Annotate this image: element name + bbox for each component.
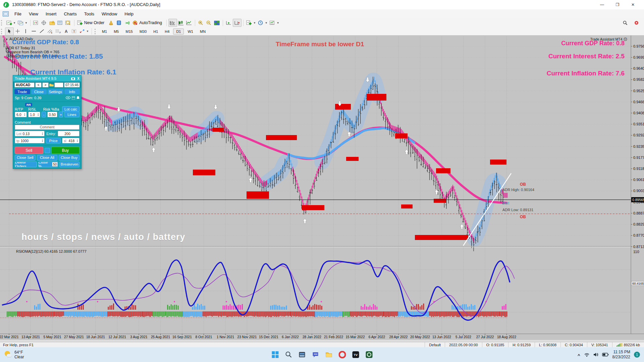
chart-profiles-dropdown-icon[interactable]: ▼ xyxy=(25,21,28,24)
wifi-icon[interactable] xyxy=(584,352,590,357)
folder-icon[interactable] xyxy=(325,351,333,359)
close-all-button[interactable]: Close All xyxy=(37,155,58,161)
trendline-tool-icon[interactable] xyxy=(38,28,46,35)
tray-chevron-up-icon[interactable]: ^ xyxy=(578,353,580,358)
timeframe-d1[interactable]: D1 xyxy=(173,28,184,35)
opera-icon[interactable] xyxy=(338,351,346,359)
timeframe-h4[interactable]: H4 xyxy=(162,28,172,35)
periods-dropdown-icon[interactable]: ▼ xyxy=(265,21,268,24)
templates-icon[interactable] xyxy=(269,19,277,26)
close-buy-button[interactable]: Close Buy xyxy=(59,155,79,161)
cursor-tool-icon[interactable] xyxy=(5,27,14,36)
calendar-icon[interactable] xyxy=(72,96,75,100)
autotrading-icon[interactable] xyxy=(131,19,139,26)
chart-candles-icon[interactable] xyxy=(177,19,185,26)
menu-insert[interactable]: Insert xyxy=(42,9,60,18)
timeframe-m1[interactable]: M1 xyxy=(99,28,110,35)
tradingview-icon[interactable]: TV xyxy=(352,351,360,359)
panel-close-button[interactable]: X xyxy=(77,77,79,80)
new-order-icon[interactable] xyxy=(76,19,84,26)
prev-symbol-button[interactable]: < xyxy=(35,82,42,87)
battery-icon[interactable] xyxy=(602,353,609,357)
navigator-icon[interactable] xyxy=(48,19,56,26)
taskbar-clock[interactable]: 11:15 PM 8/23/2022 xyxy=(612,350,630,360)
tile-windows-icon[interactable] xyxy=(213,19,221,26)
toolbar-grip[interactable] xyxy=(1,29,3,34)
text-tool-icon[interactable]: A xyxy=(62,28,70,35)
risk-input[interactable]: 0.50 xyxy=(47,112,57,117)
toolbar-grip[interactable] xyxy=(1,20,3,25)
symbol-field[interactable]: AUDCAD xyxy=(14,82,35,87)
chat-icon[interactable] xyxy=(311,351,320,359)
periods-icon[interactable] xyxy=(257,19,265,26)
speaker-icon[interactable] xyxy=(593,352,599,357)
lot-stepper[interactable]: Lot0.13▴▾ xyxy=(15,131,45,136)
alert-icon[interactable] xyxy=(633,19,641,26)
chart-shift-icon[interactable] xyxy=(233,19,241,27)
indicators-dropdown-icon[interactable]: ▼ xyxy=(253,21,256,24)
new-chart-dropdown-icon[interactable]: ▼ xyxy=(13,21,16,24)
fibonacci-tool-icon[interactable]: F xyxy=(54,28,62,35)
horizontal-line-tool-icon[interactable] xyxy=(30,28,38,35)
panel-tab-close[interactable]: Close xyxy=(31,89,47,94)
comment-input[interactable]: Comment xyxy=(15,125,79,130)
eye-icon[interactable] xyxy=(66,96,70,99)
minimize-button[interactable]: — xyxy=(594,0,610,9)
panel-tab-settings[interactable]: Settings xyxy=(48,89,63,94)
breakeven-button[interactable]: Breakeven xyxy=(59,162,79,167)
data-window-icon[interactable] xyxy=(40,19,48,26)
zoom-out-icon[interactable] xyxy=(205,19,213,26)
close-sell-button[interactable]: Close Sell xyxy=(15,155,36,161)
autotrading-label[interactable]: AutoTrading xyxy=(139,20,162,25)
panel-tab-info[interactable]: Info xyxy=(64,89,80,94)
menu-file[interactable]: File xyxy=(11,9,25,18)
indicators-icon[interactable] xyxy=(245,19,253,26)
bell-icon[interactable] xyxy=(76,96,79,100)
lot-calc-button[interactable]: Lot calc xyxy=(62,106,79,112)
taskbar-search-icon[interactable] xyxy=(284,351,293,359)
menu-window[interactable]: Window xyxy=(98,9,121,18)
text-label-tool-icon[interactable]: T xyxy=(70,28,78,35)
panel-title-bar[interactable]: Trade Assistant MT4 9.5 X xyxy=(13,75,81,81)
close-percent-value[interactable]: 50 xyxy=(52,162,58,167)
explorer-icon[interactable] xyxy=(298,351,306,359)
rtp-stepper[interactable]: 6.0▴▾ xyxy=(15,112,27,117)
menu-help[interactable]: Help xyxy=(121,9,137,18)
next-symbol-button[interactable]: > xyxy=(42,82,49,87)
folder-icon[interactable] xyxy=(49,83,54,86)
chart-bars-icon[interactable] xyxy=(168,19,177,27)
menu-tools[interactable]: Tools xyxy=(80,9,98,18)
timeframe-m30[interactable]: M30 xyxy=(137,28,150,35)
tp-stepper[interactable]: tp1000▴▾ xyxy=(15,138,45,143)
zoom-in-icon[interactable] xyxy=(197,19,205,26)
close-button[interactable]: ✕ xyxy=(625,0,641,9)
arrows-tool-icon[interactable] xyxy=(78,28,86,35)
sell-button[interactable]: Sell xyxy=(15,147,43,154)
panel-search-input[interactable] xyxy=(54,82,63,87)
search-icon[interactable] xyxy=(621,19,629,26)
camera-app-icon[interactable] xyxy=(365,351,373,359)
start-icon[interactable] xyxy=(271,351,279,359)
equidistant-channel-tool-icon[interactable]: E xyxy=(46,28,54,35)
weather-widget[interactable]: 64°FClear xyxy=(0,350,74,360)
new-chart-icon[interactable] xyxy=(5,19,13,26)
terminal-icon[interactable] xyxy=(56,19,64,26)
expert-advisors-icon[interactable] xyxy=(107,19,115,26)
menu-charts[interactable]: Charts xyxy=(60,9,80,18)
toolbar-grip[interactable] xyxy=(95,29,97,34)
order-type-toggle[interactable] xyxy=(45,148,50,153)
timeframe-m5[interactable]: M5 xyxy=(111,28,122,35)
entry-input[interactable]: 200 xyxy=(58,131,79,136)
delete-orders-button[interactable]: Delete Orders xyxy=(15,162,37,167)
price-button[interactable]: Price xyxy=(46,138,61,143)
timeframe-mn[interactable]: MN xyxy=(197,28,209,35)
risk-plus-button[interactable]: + xyxy=(59,112,63,117)
strategy-tester-icon[interactable] xyxy=(64,19,72,26)
lines-button[interactable]: Lines xyxy=(64,112,79,117)
metaeditor-icon[interactable] xyxy=(115,19,123,26)
signals-icon[interactable] xyxy=(123,19,131,26)
chart-profiles-icon[interactable] xyxy=(17,19,25,26)
rsl-stepper[interactable]: 1.0▴▾ xyxy=(28,112,40,117)
chart-canvas[interactable]: 0.975600.969900.964050.958200.952500.946… xyxy=(0,0,644,342)
arrows-dropdown-icon[interactable]: ▼ xyxy=(86,30,89,33)
